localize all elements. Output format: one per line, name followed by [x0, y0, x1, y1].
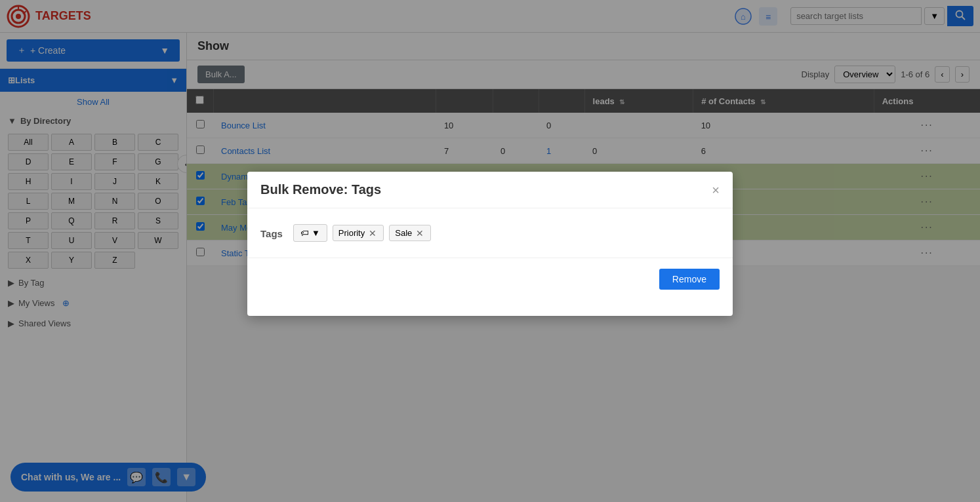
tag-dropdown-arrow: ▼	[312, 228, 320, 238]
tag-chip-label-priority: Priority	[338, 228, 365, 238]
modal-body: Tags 🏷 ▼ Priority ✕ Sale ✕	[247, 208, 733, 258]
modal-header: Bulk Remove: Tags ×	[247, 172, 733, 208]
modal-title: Bulk Remove: Tags	[260, 182, 381, 197]
tags-label: Tags	[260, 224, 283, 239]
tag-chip-remove-sale[interactable]: ✕	[415, 229, 425, 238]
modal-footer: Remove	[247, 258, 733, 300]
modal-close-button[interactable]: ×	[712, 183, 720, 197]
tag-icon: 🏷	[300, 228, 309, 238]
tag-chip-priority: Priority ✕	[333, 225, 384, 241]
tag-chip-remove-priority[interactable]: ✕	[367, 229, 378, 238]
tag-picker-dropdown[interactable]: 🏷 ▼	[293, 224, 327, 242]
tag-chip-sale: Sale ✕	[389, 225, 431, 241]
remove-button[interactable]: Remove	[659, 269, 720, 290]
bulk-remove-modal: Bulk Remove: Tags × Tags 🏷 ▼ Priority ✕ …	[247, 172, 733, 316]
tag-chip-label-sale: Sale	[395, 228, 412, 238]
tags-area: 🏷 ▼ Priority ✕ Sale ✕	[293, 224, 431, 242]
